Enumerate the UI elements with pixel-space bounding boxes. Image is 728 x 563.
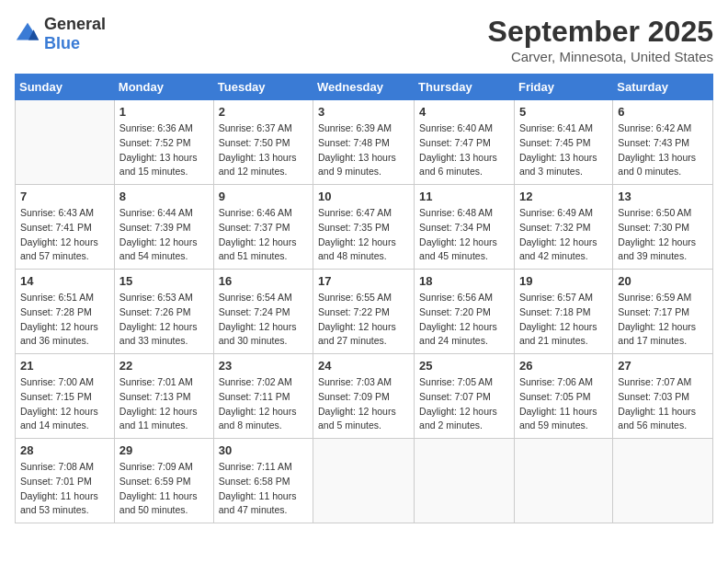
day-number: 17 [318, 274, 409, 288]
calendar-cell: 12Sunrise: 6:49 AMSunset: 7:32 PMDayligh… [514, 185, 612, 270]
day-number: 16 [219, 274, 308, 288]
calendar-cell: 6Sunrise: 6:42 AMSunset: 7:43 PMDaylight… [613, 100, 713, 185]
cell-info: Sunrise: 6:55 AMSunset: 7:22 PMDaylight:… [318, 291, 409, 349]
day-number: 4 [419, 105, 509, 119]
cell-info: Sunrise: 7:05 AMSunset: 7:07 PMDaylight:… [419, 375, 509, 433]
day-number: 11 [419, 190, 509, 203]
day-number: 14 [20, 274, 109, 288]
weekday-header: Sunday [16, 75, 115, 100]
calendar-cell [415, 439, 515, 523]
cell-info: Sunrise: 6:53 AMSunset: 7:26 PMDaylight:… [119, 291, 209, 349]
cell-info: Sunrise: 6:39 AMSunset: 7:48 PMDaylight:… [318, 121, 409, 179]
cell-info: Sunrise: 7:01 AMSunset: 7:13 PMDaylight:… [119, 375, 209, 433]
cell-info: Sunrise: 7:00 AMSunset: 7:15 PMDaylight:… [20, 375, 109, 433]
day-number: 12 [519, 190, 608, 203]
day-number: 2 [219, 105, 308, 119]
main-title: September 2025 [488, 15, 713, 49]
weekday-header: Friday [514, 75, 612, 100]
calendar-cell: 22Sunrise: 7:01 AMSunset: 7:13 PMDayligh… [114, 354, 213, 439]
calendar-cell: 24Sunrise: 7:03 AMSunset: 7:09 PMDayligh… [313, 354, 415, 439]
cell-info: Sunrise: 6:43 AMSunset: 7:41 PMDaylight:… [20, 206, 109, 264]
day-number: 7 [20, 190, 109, 203]
calendar-cell: 30Sunrise: 7:11 AMSunset: 6:58 PMDayligh… [213, 439, 313, 523]
title-block: September 2025 Carver, Minnesota, United… [488, 15, 713, 64]
cell-info: Sunrise: 6:50 AMSunset: 7:30 PMDaylight:… [618, 206, 708, 264]
cell-info: Sunrise: 6:57 AMSunset: 7:18 PMDaylight:… [519, 291, 608, 349]
weekday-header: Saturday [613, 75, 713, 100]
day-number: 29 [119, 443, 209, 457]
day-number: 1 [119, 105, 209, 119]
calendar-week-row: 21Sunrise: 7:00 AMSunset: 7:15 PMDayligh… [16, 354, 713, 439]
weekday-header: Wednesday [313, 75, 415, 100]
calendar-cell: 23Sunrise: 7:02 AMSunset: 7:11 PMDayligh… [213, 354, 313, 439]
calendar-cell: 19Sunrise: 6:57 AMSunset: 7:18 PMDayligh… [514, 270, 612, 354]
page-header: General Blue September 2025 Carver, Minn… [15, 15, 713, 64]
cell-info: Sunrise: 6:49 AMSunset: 7:32 PMDaylight:… [519, 206, 608, 264]
calendar-cell: 8Sunrise: 6:44 AMSunset: 7:39 PMDaylight… [114, 185, 213, 270]
cell-info: Sunrise: 6:51 AMSunset: 7:28 PMDaylight:… [20, 291, 109, 349]
day-number: 23 [219, 359, 308, 373]
calendar-week-row: 28Sunrise: 7:08 AMSunset: 7:01 PMDayligh… [16, 439, 713, 523]
calendar-cell: 10Sunrise: 6:47 AMSunset: 7:35 PMDayligh… [313, 185, 415, 270]
day-number: 13 [618, 190, 708, 203]
cell-info: Sunrise: 6:47 AMSunset: 7:35 PMDaylight:… [318, 206, 409, 264]
calendar-cell: 29Sunrise: 7:09 AMSunset: 6:59 PMDayligh… [114, 439, 213, 523]
cell-info: Sunrise: 6:46 AMSunset: 7:37 PMDaylight:… [219, 206, 308, 264]
cell-info: Sunrise: 7:07 AMSunset: 7:03 PMDaylight:… [618, 375, 708, 433]
calendar-cell: 20Sunrise: 6:59 AMSunset: 7:17 PMDayligh… [613, 270, 713, 354]
day-number: 25 [419, 359, 509, 373]
calendar-cell: 25Sunrise: 7:05 AMSunset: 7:07 PMDayligh… [415, 354, 515, 439]
calendar-week-row: 7Sunrise: 6:43 AMSunset: 7:41 PMDaylight… [16, 185, 713, 270]
logo-blue: Blue [44, 34, 80, 52]
day-number: 22 [119, 359, 209, 373]
cell-info: Sunrise: 6:54 AMSunset: 7:24 PMDaylight:… [219, 291, 308, 349]
day-number: 21 [20, 359, 109, 373]
cell-info: Sunrise: 6:59 AMSunset: 7:17 PMDaylight:… [618, 291, 708, 349]
day-number: 10 [318, 190, 409, 203]
cell-info: Sunrise: 6:48 AMSunset: 7:34 PMDaylight:… [419, 206, 509, 264]
day-number: 26 [519, 359, 608, 373]
calendar-cell [514, 439, 612, 523]
calendar-cell: 5Sunrise: 6:41 AMSunset: 7:45 PMDaylight… [514, 100, 612, 185]
calendar-table: SundayMondayTuesdayWednesdayThursdayFrid… [15, 74, 713, 523]
calendar-cell: 7Sunrise: 6:43 AMSunset: 7:41 PMDaylight… [16, 185, 115, 270]
calendar-cell: 9Sunrise: 6:46 AMSunset: 7:37 PMDaylight… [213, 185, 313, 270]
day-number: 5 [519, 105, 608, 119]
cell-info: Sunrise: 7:03 AMSunset: 7:09 PMDaylight:… [318, 375, 409, 433]
day-number: 20 [618, 274, 708, 288]
calendar-cell [16, 100, 115, 185]
calendar-cell: 1Sunrise: 6:36 AMSunset: 7:52 PMDaylight… [114, 100, 213, 185]
day-number: 28 [20, 443, 109, 457]
day-number: 19 [519, 274, 608, 288]
day-number: 24 [318, 359, 409, 373]
calendar-cell: 14Sunrise: 6:51 AMSunset: 7:28 PMDayligh… [16, 270, 115, 354]
calendar-cell: 11Sunrise: 6:48 AMSunset: 7:34 PMDayligh… [415, 185, 515, 270]
day-number: 3 [318, 105, 409, 119]
cell-info: Sunrise: 6:37 AMSunset: 7:50 PMDaylight:… [219, 121, 308, 179]
cell-info: Sunrise: 6:40 AMSunset: 7:47 PMDaylight:… [419, 121, 509, 179]
weekday-header-row: SundayMondayTuesdayWednesdayThursdayFrid… [16, 75, 713, 100]
weekday-header: Tuesday [213, 75, 313, 100]
cell-info: Sunrise: 7:06 AMSunset: 7:05 PMDaylight:… [519, 375, 608, 433]
day-number: 8 [119, 190, 209, 203]
calendar-cell: 27Sunrise: 7:07 AMSunset: 7:03 PMDayligh… [613, 354, 713, 439]
day-number: 6 [618, 105, 708, 119]
day-number: 15 [119, 274, 209, 288]
calendar-cell [613, 439, 713, 523]
cell-info: Sunrise: 7:09 AMSunset: 6:59 PMDaylight:… [119, 460, 209, 518]
day-number: 27 [618, 359, 708, 373]
calendar-week-row: 14Sunrise: 6:51 AMSunset: 7:28 PMDayligh… [16, 270, 713, 354]
calendar-cell: 13Sunrise: 6:50 AMSunset: 7:30 PMDayligh… [613, 185, 713, 270]
calendar-cell: 15Sunrise: 6:53 AMSunset: 7:26 PMDayligh… [114, 270, 213, 354]
cell-info: Sunrise: 7:02 AMSunset: 7:11 PMDaylight:… [219, 375, 308, 433]
calendar-cell: 16Sunrise: 6:54 AMSunset: 7:24 PMDayligh… [213, 270, 313, 354]
calendar-cell: 4Sunrise: 6:40 AMSunset: 7:47 PMDaylight… [415, 100, 515, 185]
cell-info: Sunrise: 7:11 AMSunset: 6:58 PMDaylight:… [219, 460, 308, 518]
logo: General Blue [15, 15, 106, 53]
weekday-header: Monday [114, 75, 213, 100]
cell-info: Sunrise: 6:44 AMSunset: 7:39 PMDaylight:… [119, 206, 209, 264]
calendar-cell: 18Sunrise: 6:56 AMSunset: 7:20 PMDayligh… [415, 270, 515, 354]
calendar-cell: 2Sunrise: 6:37 AMSunset: 7:50 PMDaylight… [213, 100, 313, 185]
calendar-cell: 26Sunrise: 7:06 AMSunset: 7:05 PMDayligh… [514, 354, 612, 439]
calendar-cell: 21Sunrise: 7:00 AMSunset: 7:15 PMDayligh… [16, 354, 115, 439]
